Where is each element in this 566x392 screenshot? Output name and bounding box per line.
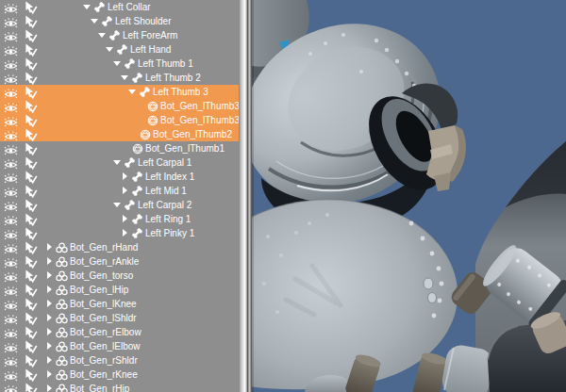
tree-row[interactable]: Left ForeArm bbox=[0, 28, 239, 42]
selectable-cursor-icon[interactable] bbox=[24, 227, 38, 240]
eye-visibility-icon[interactable] bbox=[3, 200, 19, 211]
selectable-cursor-icon[interactable] bbox=[24, 326, 38, 339]
selectable-cursor-icon[interactable] bbox=[24, 241, 38, 254]
eye-visibility-icon[interactable] bbox=[3, 58, 19, 70]
collapse-arrow-icon[interactable] bbox=[121, 229, 129, 237]
collapse-arrow-icon[interactable] bbox=[45, 370, 54, 379]
tree-row[interactable]: Left Thumb 1 bbox=[0, 57, 239, 71]
eye-visibility-icon[interactable] bbox=[3, 214, 19, 225]
selectable-cursor-icon[interactable] bbox=[24, 199, 38, 212]
tree-row-label[interactable]: Bot_Gen_lHip bbox=[70, 283, 128, 297]
eye-visibility-icon[interactable] bbox=[3, 341, 19, 352]
selectable-cursor-icon[interactable] bbox=[24, 72, 38, 85]
collapse-arrow-icon[interactable] bbox=[121, 215, 129, 223]
tree-row-label[interactable]: Bot_Gen_rAnkle bbox=[70, 254, 139, 269]
eye-visibility-icon[interactable] bbox=[3, 2, 19, 13]
selectable-cursor-icon[interactable] bbox=[24, 298, 38, 311]
selectable-cursor-icon[interactable] bbox=[24, 213, 38, 226]
collapse-arrow-icon[interactable] bbox=[45, 384, 54, 392]
tree-row-label[interactable]: Bot_Gen_lThumb3 bbox=[160, 113, 239, 127]
tree-row[interactable]: Left Ring 1 bbox=[0, 212, 239, 226]
selectable-cursor-icon[interactable] bbox=[24, 1, 38, 14]
eye-visibility-icon[interactable] bbox=[3, 87, 19, 98]
tree-row[interactable]: Left Mid 1 bbox=[0, 184, 239, 198]
selectable-cursor-icon[interactable] bbox=[24, 368, 38, 382]
eye-visibility-icon[interactable] bbox=[3, 73, 19, 84]
selectable-cursor-icon[interactable] bbox=[24, 57, 38, 71]
expand-arrow-icon[interactable] bbox=[128, 88, 137, 96]
selectable-cursor-icon[interactable] bbox=[24, 86, 38, 99]
eye-visibility-icon[interactable] bbox=[3, 115, 19, 126]
collapse-arrow-icon[interactable] bbox=[45, 342, 54, 351]
tree-row-label[interactable]: Bot_Gen_rKnee bbox=[70, 368, 138, 382]
tree-row[interactable]: Left Thumb 3 bbox=[0, 85, 239, 99]
selectable-cursor-icon[interactable] bbox=[24, 185, 38, 198]
selectable-cursor-icon[interactable] bbox=[24, 114, 38, 127]
tree-row-label[interactable]: Bot_Gen_rHip bbox=[70, 382, 129, 392]
tree-row-label[interactable]: Bot_Gen_lThumb2 bbox=[153, 127, 232, 141]
collapse-arrow-icon[interactable] bbox=[45, 328, 54, 336]
tree-row-label[interactable]: Left Thumb 2 bbox=[145, 71, 201, 85]
tree-row-label[interactable]: Bot_Gen_rElbow bbox=[70, 325, 142, 339]
eye-visibility-icon[interactable] bbox=[3, 270, 19, 282]
tree-row[interactable]: Left Pinky 1 bbox=[0, 226, 239, 240]
selectable-cursor-icon[interactable] bbox=[24, 284, 38, 297]
expand-arrow-icon[interactable] bbox=[98, 31, 107, 40]
selectable-cursor-icon[interactable] bbox=[24, 128, 38, 141]
eye-visibility-icon[interactable] bbox=[3, 186, 19, 197]
expand-arrow-icon[interactable] bbox=[113, 201, 122, 209]
tree-row-label[interactable]: Left Index 1 bbox=[145, 170, 194, 184]
tree-row-label[interactable]: Left Collar bbox=[108, 0, 151, 14]
eye-visibility-icon[interactable] bbox=[3, 285, 19, 296]
tree-row[interactable]: Left Shoulder bbox=[0, 14, 239, 28]
tree-row[interactable]: Bot_Gen_lThumb3 bbox=[0, 113, 239, 127]
collapse-arrow-icon[interactable] bbox=[45, 314, 54, 322]
expand-arrow-icon[interactable] bbox=[91, 17, 99, 25]
tree-row-label[interactable]: Bot_Gen_lThumb1 bbox=[145, 141, 225, 155]
tree-row[interactable]: Bot_Gen_rKnee bbox=[0, 368, 239, 382]
eye-visibility-icon[interactable] bbox=[3, 355, 19, 367]
eye-visibility-icon[interactable] bbox=[3, 256, 19, 268]
tree-row[interactable]: Bot_Gen_lShldr bbox=[0, 311, 239, 325]
tree-row[interactable]: Bot_Gen_rHip bbox=[0, 382, 239, 392]
tree-row-label[interactable]: Bot_Gen_rShldr bbox=[70, 353, 138, 368]
selectable-cursor-icon[interactable] bbox=[24, 383, 38, 392]
selectable-cursor-icon[interactable] bbox=[24, 255, 38, 269]
tree-row-label[interactable]: Left Pinky 1 bbox=[145, 226, 194, 240]
expand-arrow-icon[interactable] bbox=[83, 3, 92, 11]
eye-visibility-icon[interactable] bbox=[3, 101, 19, 112]
tree-row[interactable]: Left Carpal 2 bbox=[0, 198, 239, 212]
selectable-cursor-icon[interactable] bbox=[24, 142, 38, 155]
selectable-cursor-icon[interactable] bbox=[24, 312, 38, 325]
tree-row-label[interactable]: Left Carpal 1 bbox=[138, 155, 191, 170]
tree-row[interactable]: Left Collar bbox=[0, 0, 239, 14]
tree-row-label[interactable]: Left Mid 1 bbox=[145, 184, 187, 198]
tree-row-label[interactable]: Bot_Gen_lKnee bbox=[70, 297, 137, 311]
selectable-cursor-icon[interactable] bbox=[24, 270, 38, 283]
tree-row-label[interactable]: Bot_Gen_lShldr bbox=[70, 311, 137, 325]
tree-row[interactable]: Left Carpal 1 bbox=[0, 155, 239, 170]
tree-row[interactable]: Bot_Gen_lKnee bbox=[0, 297, 239, 311]
tree-row-label[interactable]: Bot_Gen_rHand bbox=[70, 240, 138, 254]
tree-row[interactable]: Left Thumb 2 bbox=[0, 71, 239, 85]
viewport-3d[interactable] bbox=[252, 0, 566, 392]
tree-row-label[interactable]: Left Thumb 1 bbox=[138, 57, 193, 71]
collapse-arrow-icon[interactable] bbox=[121, 187, 129, 195]
tree-row-label[interactable]: Bot_Gen_lElbow bbox=[70, 339, 141, 353]
expand-arrow-icon[interactable] bbox=[121, 74, 129, 82]
tree-row[interactable]: Bot_Gen_rElbow bbox=[0, 325, 239, 339]
selectable-cursor-icon[interactable] bbox=[24, 100, 38, 113]
collapse-arrow-icon[interactable] bbox=[45, 300, 54, 308]
eye-visibility-icon[interactable] bbox=[3, 44, 19, 56]
scene-tree-panel[interactable]: Left CollarLeft ShoulderLeft ForeArmLeft… bbox=[0, 0, 239, 392]
tree-row-label[interactable]: Left Hand bbox=[130, 42, 171, 57]
tree-row-label[interactable]: Left Carpal 2 bbox=[138, 198, 191, 212]
selectable-cursor-icon[interactable] bbox=[24, 171, 38, 184]
tree-row-label[interactable]: Bot_Gen_torso bbox=[70, 269, 133, 283]
eye-visibility-icon[interactable] bbox=[3, 384, 19, 392]
eye-visibility-icon[interactable] bbox=[3, 30, 19, 41]
panel-splitter[interactable] bbox=[239, 0, 252, 392]
selectable-cursor-icon[interactable] bbox=[24, 156, 38, 170]
tree-row[interactable]: Bot_Gen_lThumb1 bbox=[0, 141, 239, 155]
eye-visibility-icon[interactable] bbox=[3, 16, 19, 27]
